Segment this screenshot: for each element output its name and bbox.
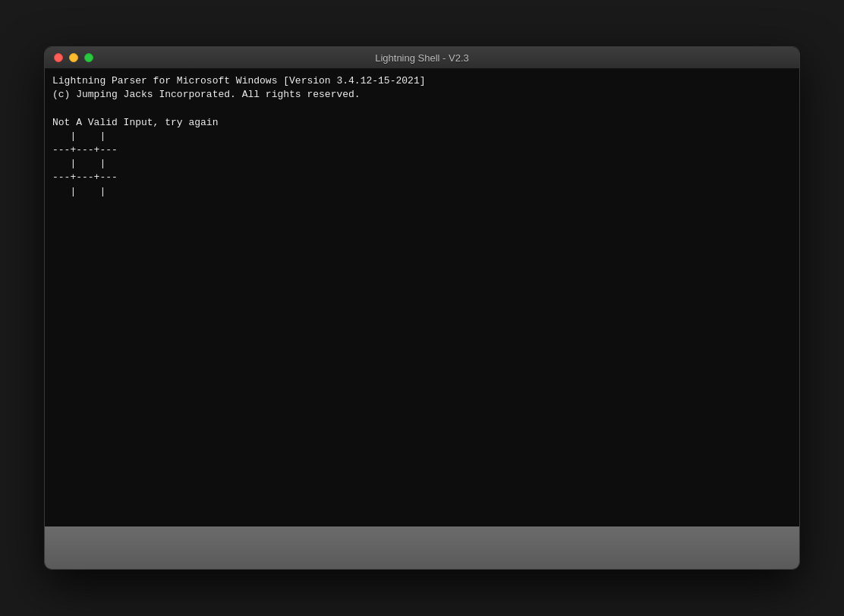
status-bar [45, 526, 799, 569]
minimize-button[interactable] [69, 53, 78, 62]
maximize-button[interactable] [84, 53, 93, 62]
close-button[interactable] [54, 53, 63, 62]
title-bar: Lightning Shell - V2.3 [45, 47, 799, 68]
terminal-window: Lightning Shell - V2.3 Lightning Parser … [44, 46, 800, 570]
window-title: Lightning Shell - V2.3 [375, 52, 469, 64]
traffic-lights [54, 53, 93, 62]
terminal-body[interactable]: Lightning Parser for Microsoft Windows [… [45, 68, 799, 526]
terminal-output: Lightning Parser for Microsoft Windows [… [52, 74, 792, 520]
